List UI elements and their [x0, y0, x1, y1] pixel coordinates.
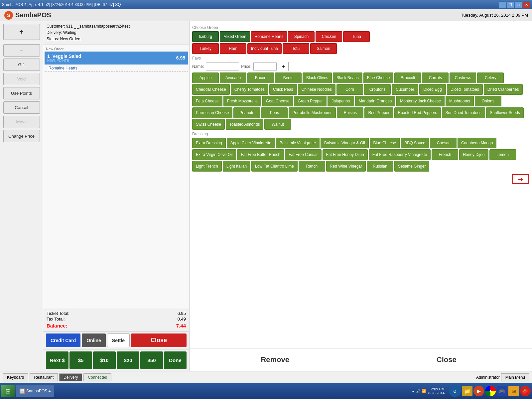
scroll-right-arrow[interactable]: ➜ [512, 174, 529, 184]
dressing-btn-light-french[interactable]: Light French [192, 161, 222, 172]
topping-btn-broccoli[interactable]: Broccoli [394, 72, 421, 83]
favs-price-input[interactable] [253, 63, 277, 70]
start-button[interactable]: ⊞ [1, 385, 15, 397]
remove-button[interactable]: Remove [190, 348, 361, 371]
dressing-btn-fat-free-caesar[interactable]: Fat Free Caesar [285, 149, 321, 160]
dressing-btn-balsamic-vinegar-&-oil[interactable]: Balsamic Vinegar & Oil [321, 138, 369, 148]
close-payment-button[interactable]: Close [131, 333, 187, 347]
topping-btn-croutons[interactable]: Croutons [364, 84, 391, 95]
cancel-button[interactable]: Cancel [3, 101, 40, 114]
minimize-button[interactable]: ─ [499, 1, 506, 8]
dressing-btn-french[interactable]: French [432, 149, 458, 160]
dressing-btn-honey-dijon[interactable]: Honey Dijon [459, 149, 488, 160]
dressing-btn-fat-free-raspberry-vinaigrette[interactable]: Fat Free Raspberry Vinaigrette [369, 149, 431, 160]
taskbar-app[interactable]: 🪟 SambaPOS 4 [16, 385, 54, 397]
dressing-btn-ranch[interactable]: Ranch [299, 161, 325, 172]
favs-name-input[interactable] [206, 63, 239, 70]
topping-btn-parmesan-cheese[interactable]: Parmesan Cheese [192, 107, 232, 118]
dressing-btn-red-wine-vinegar[interactable]: Red Wine Vinegar [326, 161, 366, 172]
dressing-btn-low-fat-cilantro-lime[interactable]: Low Fat Cilantro Lime [251, 161, 298, 172]
fifty-dollar-button[interactable]: $50 [140, 351, 163, 369]
topping-btn-onions[interactable]: Onions [475, 96, 501, 106]
done-button[interactable]: Done [164, 351, 187, 369]
mod-btn-individual-tuna[interactable]: Individual Tuna [247, 43, 282, 54]
topping-btn-dried-cranberries[interactable]: Dried Cranberries [484, 84, 523, 95]
topping-btn-roasted-red-peppers[interactable]: Roasted Red Peppers [394, 107, 441, 118]
order-item[interactable]: 1 Veggie Salad NEW, POINTS 6.95 [45, 52, 188, 65]
mod-btn-ham[interactable]: Ham [220, 43, 246, 54]
topping-btn-avocado[interactable]: Avocado [220, 72, 246, 83]
mod-btn-chicken[interactable]: Chicken [316, 31, 342, 42]
maximize-button[interactable]: □ [515, 1, 522, 8]
topping-btn-chick-peas[interactable]: Chick Peas [269, 84, 297, 95]
topping-btn-peas[interactable]: Peas [261, 107, 288, 118]
topping-btn-beets[interactable]: Beets [275, 72, 302, 83]
media-icon[interactable]: ▶ [473, 386, 484, 396]
topping-btn-cashews[interactable]: Cashews [450, 72, 476, 83]
topping-btn-corn[interactable]: Corn [336, 84, 363, 95]
topping-btn-jalapenos[interactable]: Jalapenos [328, 96, 354, 106]
move-button[interactable]: Move [3, 116, 40, 128]
dressing-btn-extra-virgin-olive-oil[interactable]: Extra Virgin Olive Oil [192, 149, 236, 160]
mod-btn-tuna[interactable]: Tuna [343, 31, 370, 42]
topping-btn-celery[interactable]: Celery [477, 72, 504, 83]
topping-btn-fresh-mozzarella[interactable]: Fresh Mozzarella [223, 96, 261, 106]
dressing-btn-apple-cider-vinaigrette[interactable]: Apple Cider Vinaigrette [227, 138, 275, 148]
topping-btn-mandarin-oranges[interactable]: Mandarin Oranges [355, 96, 395, 106]
tab-delivery[interactable]: Delivery [59, 373, 82, 381]
topping-btn-bacon[interactable]: Bacon [247, 72, 274, 83]
topping-btn-goat-cheese[interactable]: Goat Cheese [262, 96, 293, 106]
dressing-btn-sesame-ginger[interactable]: Sesame Ginger [394, 161, 429, 172]
order-modifier[interactable]: Romaine Hearts [45, 65, 188, 71]
topping-btn-portobello-mushrooms[interactable]: Portobello Mushrooms [289, 107, 336, 118]
topping-btn-sun-dried-tomatoes[interactable]: Sun Dried Tomatoes [442, 107, 485, 118]
dressing-btn-russian[interactable]: Russian [367, 161, 393, 172]
dressing-btn-fat-free-butter-ranch[interactable]: Fat Free Butter Ranch [237, 149, 284, 160]
topping-btn-chinese-noodles[interactable]: Chinese Noodles [298, 84, 335, 95]
mod-btn-mixed-green[interactable]: Mixed Green [220, 31, 250, 42]
tab-restaurant[interactable]: Restaurant [30, 373, 58, 381]
mod-btn-salmon[interactable]: Salmon [310, 43, 337, 54]
settle-button[interactable]: Settle [107, 333, 130, 347]
dressing-btn-balsamic-vinaigrette[interactable]: Balsamic Vinaigrette [276, 138, 320, 148]
online-button[interactable]: Online [82, 333, 106, 347]
topping-btn-cherry-tomatoes[interactable]: Cherry Tomatoes [231, 84, 268, 95]
topping-btn-black-olives[interactable]: Black Olives [303, 72, 332, 83]
close-modifier-button[interactable]: Close [361, 348, 532, 371]
mod-btn-tofu[interactable]: Tofu [283, 43, 309, 54]
topping-btn-swiss-cheese[interactable]: Swiss Cheese [192, 119, 225, 130]
gift-button[interactable]: Gift [3, 59, 40, 71]
dressing-btn-extra-dressing[interactable]: Extra Dressing [192, 138, 226, 148]
minus-button[interactable]: − [3, 44, 40, 57]
twenty-dollar-button[interactable]: $20 [117, 351, 139, 369]
mod-btn-spinach[interactable]: Spinach [288, 31, 315, 42]
dressing-btn-bbq-sauce[interactable]: BBQ Sauce [401, 138, 429, 148]
close-button[interactable]: ✕ [523, 1, 530, 8]
five-dollar-button[interactable]: $5 [69, 351, 92, 369]
topping-btn-black-beans[interactable]: Black Beans [333, 72, 362, 83]
restore-button[interactable]: ❐ [507, 1, 514, 8]
ie-icon[interactable]: e [449, 385, 461, 397]
topping-btn-carrots[interactable]: Carrots [422, 72, 449, 83]
topping-btn-cucumber[interactable]: Cucumber [392, 84, 418, 95]
topping-btn-peanuts[interactable]: Peanuts [233, 107, 260, 118]
topping-btn-blue-cheese[interactable]: Blue Cheese [363, 72, 394, 83]
mail-icon[interactable]: ✉ [508, 386, 519, 396]
topping-btn-green-pepper[interactable]: Green Pepper [294, 96, 326, 106]
topping-btn-raisins[interactable]: Raisins [337, 107, 363, 118]
topping-btn-red-pepper[interactable]: Red Pepper [364, 107, 393, 118]
main-menu-button[interactable]: Main Menu [501, 373, 529, 381]
use-points-button[interactable]: Use Points [3, 87, 40, 99]
topping-btn-apples[interactable]: Apples [192, 72, 219, 83]
dressing-btn-caesar[interactable]: Caesar [430, 138, 457, 148]
topping-btn-mushrooms[interactable]: Mushrooms [446, 96, 474, 106]
tomato-icon[interactable]: 🍅 [520, 386, 531, 396]
void-button[interactable]: Void [3, 73, 40, 85]
favs-add-button[interactable]: + [279, 62, 289, 71]
dressing-btn-blue-cheese[interactable]: Blue Cheese [370, 138, 400, 148]
topping-btn-monterey-jack-cheese[interactable]: Monterey Jack Cheese [396, 96, 445, 106]
tab-keyboard[interactable]: Keyboard [3, 373, 28, 381]
topping-btn-feta-cheese[interactable]: Feta Cheese [192, 96, 222, 106]
dressing-btn-caribbean-mango[interactable]: Caribbean Mango [458, 138, 496, 148]
folder-icon[interactable]: 📁 [462, 386, 472, 396]
